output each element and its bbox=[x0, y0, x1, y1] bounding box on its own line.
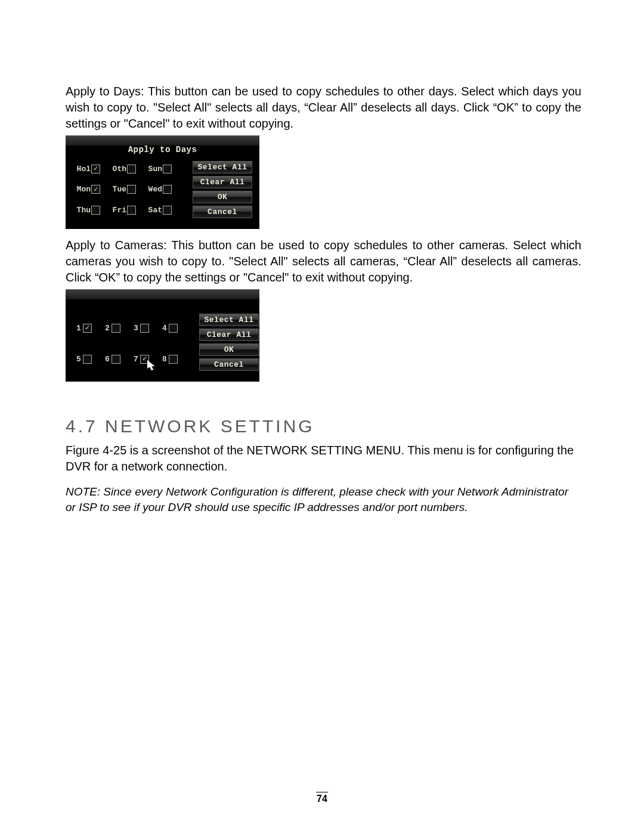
select-all-button[interactable]: Select All bbox=[199, 314, 259, 326]
camera-label: 2 bbox=[105, 324, 111, 333]
checkbox-icon bbox=[91, 165, 100, 174]
clear-all-button[interactable]: Clear All bbox=[199, 329, 259, 341]
cameras-checkbox-grid: 1 2 3 4 5 bbox=[76, 314, 191, 371]
camera-checkbox-5[interactable]: 5 bbox=[76, 347, 105, 371]
day-checkbox-wed[interactable]: Wed bbox=[148, 182, 182, 198]
day-checkbox-thu[interactable]: Thu bbox=[76, 202, 111, 218]
checkbox-icon bbox=[140, 324, 149, 333]
camera-checkbox-2[interactable]: 2 bbox=[105, 316, 134, 340]
camera-label: 5 bbox=[76, 355, 82, 364]
camera-label: 7 bbox=[134, 355, 140, 364]
camera-checkbox-4[interactable]: 4 bbox=[162, 316, 191, 340]
cancel-button[interactable]: Cancel bbox=[193, 206, 252, 218]
day-checkbox-tue[interactable]: Tue bbox=[112, 182, 147, 198]
day-checkbox-hol[interactable]: Hol bbox=[76, 161, 111, 177]
days-checkbox-grid: Hol Oth Sun Mon Tue bbox=[76, 161, 182, 218]
camera-label: 6 bbox=[105, 355, 111, 364]
checkbox-icon bbox=[83, 355, 92, 364]
apply-to-cameras-paragraph: Apply to Cameras: This button can be use… bbox=[66, 237, 581, 286]
camera-checkbox-6[interactable]: 6 bbox=[105, 347, 134, 371]
day-checkbox-sat[interactable]: Sat bbox=[148, 202, 182, 218]
checkbox-icon bbox=[112, 355, 120, 364]
day-label: Oth bbox=[112, 165, 126, 174]
camera-label: 8 bbox=[162, 355, 168, 364]
dialog-titlebar bbox=[66, 289, 259, 299]
checkbox-icon bbox=[163, 185, 172, 194]
checkbox-icon bbox=[91, 206, 100, 215]
day-label: Thu bbox=[76, 206, 91, 215]
checkbox-icon bbox=[163, 165, 172, 174]
section-heading: 4.7 NETWORK SETTING bbox=[66, 416, 581, 436]
select-all-button[interactable]: Select All bbox=[193, 161, 252, 174]
day-label: Wed bbox=[148, 185, 162, 194]
checkbox-icon bbox=[112, 324, 120, 333]
day-label: Sun bbox=[148, 165, 162, 174]
camera-checkbox-1[interactable]: 1 bbox=[76, 316, 105, 340]
camera-checkbox-3[interactable]: 3 bbox=[134, 316, 162, 340]
checkbox-icon bbox=[91, 185, 100, 194]
day-label: Fri bbox=[112, 206, 126, 215]
page-number-value: 74 bbox=[317, 794, 327, 804]
checkbox-icon bbox=[127, 185, 136, 194]
apply-to-days-dialog: Apply to Days Hol Oth Sun Mon bbox=[66, 135, 259, 229]
day-label: Tue bbox=[112, 185, 126, 194]
clear-all-button[interactable]: Clear All bbox=[193, 176, 252, 188]
day-checkbox-oth[interactable]: Oth bbox=[112, 161, 147, 177]
day-label: Sat bbox=[148, 206, 162, 215]
camera-label: 3 bbox=[134, 324, 140, 333]
camera-checkbox-8[interactable]: 8 bbox=[162, 347, 191, 371]
checkbox-icon bbox=[83, 324, 92, 333]
figure-intro-paragraph: Figure 4-25 is a screenshot of the NETWO… bbox=[66, 442, 581, 475]
ok-button[interactable]: OK bbox=[193, 191, 252, 203]
apply-to-days-paragraph: Apply to Days: This button can be used t… bbox=[66, 83, 581, 132]
dialog-title: Apply to Days bbox=[128, 145, 197, 154]
cancel-button[interactable]: Cancel bbox=[199, 358, 259, 371]
checkbox-icon bbox=[163, 206, 172, 215]
day-checkbox-fri[interactable]: Fri bbox=[112, 202, 147, 218]
apply-to-cameras-dialog: 1 2 3 4 5 bbox=[66, 289, 259, 382]
svg-marker-0 bbox=[147, 360, 154, 370]
checkbox-icon bbox=[127, 206, 136, 215]
camera-label: 4 bbox=[162, 324, 168, 333]
checkbox-icon bbox=[127, 165, 136, 174]
day-label: Hol bbox=[76, 165, 91, 174]
day-checkbox-mon[interactable]: Mon bbox=[76, 182, 111, 198]
note-paragraph: NOTE: Since every Network Configuration … bbox=[66, 484, 581, 515]
checkbox-icon bbox=[169, 355, 178, 364]
checkbox-icon bbox=[169, 324, 178, 333]
camera-checkbox-7[interactable]: 7 bbox=[134, 347, 162, 371]
camera-label: 1 bbox=[76, 324, 82, 333]
day-label: Mon bbox=[76, 185, 91, 194]
ok-button[interactable]: OK bbox=[199, 343, 259, 356]
day-checkbox-sun[interactable]: Sun bbox=[148, 161, 182, 177]
page-number: 74 bbox=[0, 792, 644, 804]
